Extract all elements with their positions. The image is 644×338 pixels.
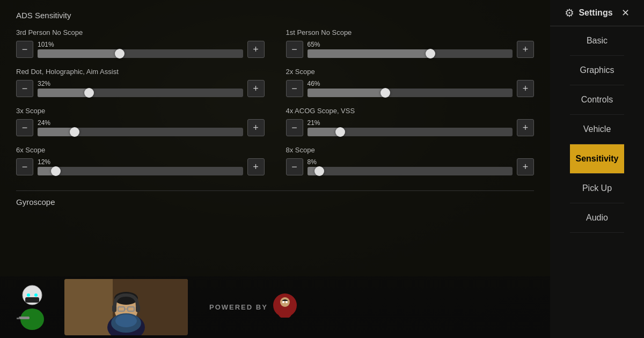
slider-label: 4x ACOG Scope, VSS — [286, 107, 535, 115]
plus-button[interactable]: + — [517, 41, 534, 58]
powered-by-icon — [273, 293, 297, 321]
slider-label: 3rd Person No Scope — [16, 28, 265, 36]
slider-container: 12% — [38, 158, 243, 175]
slider-container: 21% — [308, 119, 513, 136]
slider-thumb[interactable] — [51, 166, 61, 176]
slider-container: 8% — [308, 158, 513, 175]
gyroscope-section: Gyroscope — [16, 190, 534, 207]
close-icon[interactable]: ✕ — [621, 7, 630, 19]
stream-overlay: POWERED BY — [0, 276, 550, 338]
powered-by-text: POWERED BY — [209, 303, 268, 311]
webcam-feed — [64, 279, 188, 335]
slider-label: 3x Scope — [16, 107, 265, 115]
slider-fill — [38, 49, 120, 58]
svg-point-20 — [280, 297, 290, 307]
slider-value: 21% — [308, 119, 513, 127]
svg-point-4 — [34, 293, 38, 297]
slider-track[interactable] — [308, 167, 513, 175]
sidebar-item-graphics[interactable]: Graphics — [570, 56, 624, 85]
minus-button[interactable]: − — [286, 119, 303, 136]
slider-thumb[interactable] — [314, 166, 324, 176]
slider-group-4x-acog-scope--vss: 4x ACOG Scope, VSS−21%+ — [286, 107, 535, 136]
slider-value: 46% — [308, 80, 513, 87]
sidebar-header: ⚙ Settings ✕ — [550, 0, 644, 26]
ads-section-title: ADS Sensitivity — [16, 11, 534, 20]
slider-track[interactable] — [38, 89, 243, 97]
slider-fill — [38, 128, 75, 136]
slider-value: 12% — [38, 158, 243, 166]
slider-row: −46%+ — [286, 80, 535, 97]
slider-group-6x-scope: 6x Scope−12%+ — [16, 146, 265, 175]
slider-track[interactable] — [38, 128, 243, 136]
sidebar-nav: BasicGraphicsControlsVehicleSensitivityP… — [570, 26, 624, 233]
svg-rect-5 — [19, 317, 30, 319]
slider-label: Red Dot, Holographic, Aim Assist — [16, 68, 265, 76]
sidebar: ⚙ Settings ✕ BasicGraphicsControlsVehicl… — [550, 0, 644, 338]
slider-value: 32% — [38, 80, 243, 87]
plus-button[interactable]: + — [517, 119, 534, 136]
svg-point-23 — [286, 301, 288, 303]
sidebar-item-sensitivity[interactable]: Sensitivity — [570, 144, 624, 174]
slider-thumb[interactable] — [380, 88, 390, 98]
svg-rect-8 — [64, 279, 113, 335]
minus-button[interactable]: − — [286, 80, 303, 97]
svg-rect-15 — [112, 305, 116, 312]
svg-point-22 — [282, 301, 284, 303]
slider-thumb[interactable] — [426, 49, 435, 58]
slider-thumb[interactable] — [335, 127, 345, 137]
slider-track[interactable] — [308, 128, 513, 136]
sidebar-item-vehicle[interactable]: Vehicle — [570, 115, 624, 144]
slider-container: 65% — [308, 41, 513, 58]
slider-group-2x-scope: 2x Scope−46%+ — [286, 68, 535, 97]
slider-value: 24% — [38, 119, 243, 127]
slider-container: 24% — [38, 119, 243, 136]
svg-rect-6 — [17, 318, 20, 319]
svg-rect-2 — [25, 297, 39, 303]
stream-logo — [11, 283, 54, 332]
plus-button[interactable]: + — [517, 158, 534, 175]
slider-thumb[interactable] — [115, 49, 125, 58]
sidebar-item-controls[interactable]: Controls — [570, 85, 624, 115]
webcam-person — [64, 279, 188, 335]
minus-button[interactable]: − — [16, 41, 33, 58]
minus-button[interactable]: − — [16, 158, 33, 175]
minus-button[interactable]: − — [286, 41, 303, 58]
slider-value: 8% — [308, 158, 513, 166]
slider-container: 101% — [38, 41, 243, 58]
slider-group-3x-scope: 3x Scope−24%+ — [16, 107, 265, 136]
sidebar-item-pick-up[interactable]: Pick Up — [570, 174, 624, 203]
plus-button[interactable]: + — [247, 119, 265, 136]
sliders-grid: 3rd Person No Scope−101%+1st Person No S… — [16, 28, 534, 185]
slider-track[interactable] — [38, 49, 243, 58]
sidebar-title: Settings — [579, 8, 612, 18]
svg-point-3 — [27, 293, 30, 297]
slider-track[interactable] — [308, 89, 513, 97]
slider-container: 46% — [308, 80, 513, 97]
slider-row: −12%+ — [16, 158, 265, 175]
slider-label: 1st Person No Scope — [286, 28, 535, 36]
slider-track[interactable] — [38, 167, 243, 175]
slider-group-red-dot--holographic--aim-assist: Red Dot, Holographic, Aim Assist−32%+ — [16, 68, 265, 97]
slider-thumb[interactable] — [84, 88, 94, 98]
gyroscope-title: Gyroscope — [16, 197, 534, 207]
slider-fill — [308, 89, 385, 97]
slider-row: −32%+ — [16, 80, 265, 97]
slider-thumb[interactable] — [70, 127, 79, 137]
slider-container: 32% — [38, 80, 243, 97]
slider-row: −24%+ — [16, 119, 265, 136]
sidebar-item-basic[interactable]: Basic — [570, 26, 624, 56]
plus-button[interactable]: + — [247, 41, 265, 58]
slider-track[interactable] — [308, 49, 513, 58]
slider-row: −21%+ — [286, 119, 535, 136]
minus-button[interactable]: − — [16, 119, 33, 136]
plus-button[interactable]: + — [247, 80, 265, 97]
slider-value: 101% — [38, 41, 243, 48]
slider-row: −101%+ — [16, 41, 265, 58]
slider-group-1st-person-no-scope: 1st Person No Scope−65%+ — [286, 28, 535, 58]
minus-button[interactable]: − — [16, 80, 33, 97]
plus-button[interactable]: + — [247, 158, 265, 175]
plus-button[interactable]: + — [517, 80, 534, 97]
sidebar-item-audio[interactable]: Audio — [570, 203, 624, 233]
minus-button[interactable]: − — [286, 158, 303, 175]
main-panel: ADS Sensitivity 3rd Person No Scope−101%… — [0, 0, 550, 338]
